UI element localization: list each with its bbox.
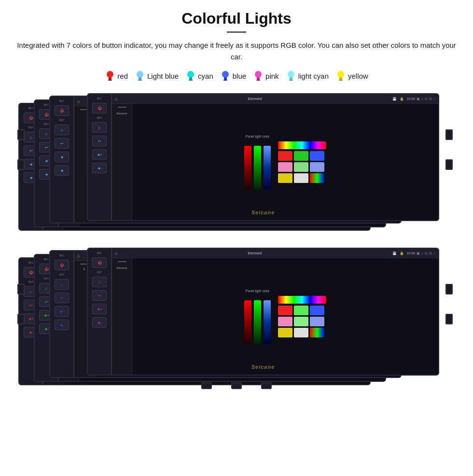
device-3-left-panel: MIC ⏻ RST ⌂ ↩ ◄ ◄ [50, 97, 74, 223]
skip-icon-4: ◄- [97, 166, 102, 170]
power-icon-2: ⏻ [44, 112, 48, 117]
svg-rect-4 [139, 77, 141, 80]
b4-sliders [244, 295, 271, 344]
left-bracket-bottom [17, 284, 25, 324]
b4-icon-3: ⊡ [425, 252, 428, 255]
svg-rect-13 [257, 77, 260, 80]
b4-icon-1: ▣ [417, 252, 420, 255]
bulb-icon-red [105, 70, 115, 82]
swatch-grid-4 [278, 151, 326, 183]
device-4-mic-label: MIC [90, 97, 109, 100]
bottom-device-4-left-panel: MIC ⏻ RST ⌂ ↩ ◄+ ◄- [88, 249, 112, 375]
bottom-device-3-btn2: ⌂ [55, 279, 69, 290]
svg-rect-10 [224, 77, 227, 80]
b4-swatch-red [278, 306, 292, 315]
b4-time: 20:04 [407, 252, 416, 255]
svg-point-6 [187, 71, 194, 78]
bottom-device-3-left-panel: MIC ⏻ RST ⌂ ↩ ◄+ ◄- [50, 251, 74, 377]
bracket-bot-left-1 [17, 284, 25, 294]
b4-slider-green [254, 300, 261, 344]
device-4-content: Panel light color [132, 104, 438, 220]
b2-skip-icon: ◄- [44, 327, 49, 331]
svg-rect-16 [290, 77, 292, 80]
bulb-icon-lightcyan [286, 70, 296, 82]
bracket-top-right-1 [445, 129, 453, 140]
bottom-device-4-btn4: ◄+ [92, 304, 107, 314]
bracket-top-left-2 [17, 159, 25, 170]
b3-back-icon: ↩ [60, 296, 64, 300]
device-4-rst-label: RST [90, 116, 109, 119]
color-item-pink: pink [253, 70, 279, 82]
color-label-red: red [117, 72, 128, 80]
b3-vol-icon: ◄+ [59, 309, 65, 314]
swatch-rainbow-4 [310, 173, 324, 183]
svg-rect-14 [256, 80, 260, 81]
b4-right-panel [278, 296, 326, 337]
bottom-device-4-btn1: ⏻ [92, 257, 107, 268]
color-item-lightcyan: light cyan [286, 70, 329, 82]
b4-icon-5: ○ [433, 252, 435, 255]
device-4-panel-label: Panel light color [246, 135, 270, 138]
topbar4-icon-5: ○ [433, 97, 435, 101]
b4-icon-2: ♪ [421, 252, 423, 255]
page-container: Colorful Lights Integrated with 7 colors… [0, 0, 473, 395]
topbar4-icon-4: ⊟ [429, 97, 432, 101]
topbar4-icon-1: ▣ [417, 97, 420, 101]
svg-point-12 [255, 71, 262, 78]
device-3-btn2: ⌂ [55, 125, 69, 135]
color-item-blue: blue [220, 70, 246, 82]
bottom-tab-1 [201, 382, 212, 389]
back-icon-1: ↩ [29, 149, 33, 153]
device-4-nav: Element [112, 104, 132, 220]
swatch-yellow-4 [278, 173, 292, 183]
page-description: Integrated with 7 colors of button indic… [14, 40, 459, 63]
right-bracket-top [445, 129, 453, 170]
svg-point-18 [337, 71, 344, 78]
device-4-btn4: ◄+ [92, 149, 107, 160]
color-label-lightcyan: light cyan [298, 72, 329, 80]
power-icon-4: ⏻ [97, 106, 101, 111]
back-icon-4: ↩ [98, 139, 101, 143]
color-item-red: red [105, 70, 128, 82]
bracket-top-left-1 [17, 129, 25, 140]
swatch-pink-4 [278, 162, 292, 172]
vol-icon-4: ◄+ [97, 153, 103, 157]
vol-icon-3: ◄ [60, 155, 64, 159]
b4-skip-icon: ◄- [97, 321, 102, 325]
color-label-lightblue: Light blue [147, 72, 179, 80]
bottom-device-4-btn5: ◄- [92, 317, 107, 328]
bracket-bot-right-2 [445, 314, 453, 324]
b4-lock-icon: 🔒 [400, 252, 404, 255]
device-4-btn5: ◄- [92, 163, 107, 173]
topbar4-icon-3: ⊡ [425, 97, 428, 101]
bottom-device-4-topbar: ⌂ Element 💾 🔒 20:04 ▣ ♪ ⊡ ⊟ ○ [112, 249, 438, 258]
bottom-device-3-rst: RST [52, 273, 71, 276]
device-3-btn3: ↩ [55, 138, 69, 149]
b-power-icon-1: ⏻ [29, 270, 33, 275]
vol2-icon-2: ◄ [44, 172, 48, 177]
color-label-pink: pink [265, 72, 279, 80]
device-3-btn1: ⏻ [55, 105, 69, 116]
device-4-body: Element Panel light color [112, 104, 438, 220]
color-label-cyan: cyan [198, 72, 213, 80]
svg-rect-7 [189, 77, 192, 80]
bulb-icon-lightblue [135, 70, 145, 82]
bottom-device-4-rst: RST [90, 271, 109, 274]
b3-home-icon: ⌂ [61, 282, 63, 287]
b4-sliders-group: Panel light color [244, 289, 271, 344]
device-4-screen: ⌂ Element 💾 🔒 20:04 ▣ ♪ ⊡ ⊟ ○ [112, 94, 438, 220]
b4-topbar-icons: ▣ ♪ ⊡ ⊟ ○ [417, 252, 435, 255]
device-4-topbar-icons: ▣ ♪ ⊡ ⊟ ○ [417, 97, 435, 101]
seicane-watermark-bottom: Seicane [251, 364, 275, 370]
bottom-device-4-mic: MIC [90, 252, 109, 254]
b4-swatch-lblue [310, 317, 324, 326]
b-vol-icon-1: ◄+ [28, 317, 34, 321]
bottom-device-4-content: Panel light color [132, 258, 438, 375]
nav-element-label-4: Element [114, 112, 130, 115]
b2-home-icon: ⌂ [45, 286, 48, 291]
bottom-tabs [201, 382, 272, 389]
topbar4-icon-2: ♪ [421, 97, 423, 101]
device-4: MIC ⏻ RST ⌂ ↩ ◄+ ◄- ⌂ Element 💾 🔒 20:04 [87, 93, 439, 221]
svg-point-0 [107, 71, 113, 78]
b2-power-icon: ⏻ [44, 267, 48, 271]
